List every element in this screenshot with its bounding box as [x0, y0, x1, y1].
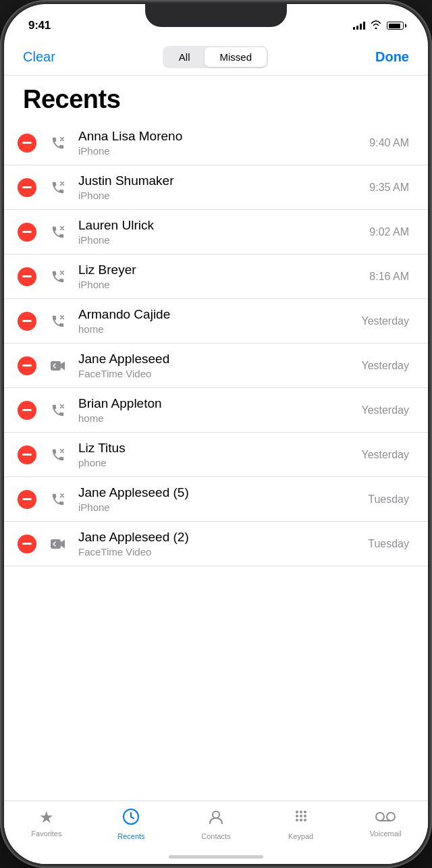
segment-all[interactable]: All	[164, 47, 205, 67]
contact-type-3: iPhone	[78, 279, 364, 290]
call-icon-1	[46, 175, 70, 200]
call-icon-3	[46, 265, 70, 289]
tab-voicemail-label: Voicemail	[370, 830, 402, 838]
contact-type-6: home	[78, 412, 356, 424]
svg-point-3	[213, 811, 219, 818]
contact-info-1: Justin Shumaker iPhone	[78, 173, 364, 201]
contact-row-9[interactable]: Jane Appleseed (2) FaceTime Video Tuesda…	[4, 522, 428, 566]
done-button[interactable]: Done	[375, 49, 409, 65]
delete-button-0[interactable]	[18, 134, 36, 153]
notch	[145, 4, 287, 27]
wifi-icon	[371, 20, 381, 31]
favorites-icon: ★	[39, 808, 54, 827]
svg-point-14	[387, 813, 395, 821]
contact-time-5: Yesterday	[361, 360, 409, 372]
svg-point-9	[304, 815, 306, 817]
facetime-icon-5	[46, 354, 70, 378]
contact-row-3[interactable]: Liz Breyer iPhone 8:16 AM	[4, 254, 428, 299]
voicemail-icon	[375, 808, 396, 827]
tab-voicemail[interactable]: Voicemail	[343, 808, 428, 838]
tab-recents[interactable]: Recents	[89, 808, 174, 840]
svg-point-4	[296, 811, 298, 813]
contact-info-6: Brian Appleton home	[78, 396, 356, 424]
segment-missed[interactable]: Missed	[205, 47, 267, 67]
tab-recents-label: Recents	[117, 832, 144, 840]
contact-info-7: Liz Titus phone	[78, 441, 356, 468]
delete-button-5[interactable]	[18, 356, 36, 375]
tab-contacts-label: Contacts	[201, 832, 230, 840]
contact-type-0: iPhone	[78, 145, 364, 157]
tab-favorites-label: Favorites	[31, 830, 61, 838]
contact-row-1[interactable]: Justin Shumaker iPhone 9:35 AM	[4, 165, 428, 210]
status-icons	[353, 20, 404, 31]
tab-contacts[interactable]: Contacts	[173, 808, 259, 840]
delete-button-7[interactable]	[18, 445, 36, 464]
contact-name-1: Justin Shumaker	[78, 173, 364, 188]
call-icon-6	[46, 398, 70, 423]
contact-info-3: Liz Breyer iPhone	[78, 263, 364, 290]
svg-point-13	[376, 813, 384, 821]
tab-keypad[interactable]: Keypad	[259, 808, 344, 840]
svg-point-5	[300, 811, 302, 813]
contact-time-8: Tuesday	[368, 493, 409, 506]
content-area[interactable]: Clear All Missed Done Recents	[4, 38, 428, 801]
contact-type-7: phone	[78, 457, 356, 468]
contacts-icon	[207, 808, 225, 830]
contact-info-5: Jane Appleseed FaceTime Video	[78, 352, 356, 379]
svg-rect-0	[51, 361, 61, 371]
delete-button-9[interactable]	[18, 535, 36, 553]
svg-point-6	[304, 811, 306, 813]
contact-info-8: Jane Appleseed (5) iPhone	[78, 485, 362, 513]
delete-button-8[interactable]	[18, 490, 36, 509]
contact-row-5[interactable]: Jane Appleseed FaceTime Video Yesterday	[4, 344, 428, 388]
delete-button-2[interactable]	[18, 223, 36, 242]
contact-time-7: Yesterday	[361, 449, 409, 461]
svg-rect-1	[51, 539, 61, 549]
contact-info-4: Armando Cajide home	[78, 307, 356, 335]
segment-control: All Missed	[163, 46, 268, 68]
contact-name-4: Armando Cajide	[78, 307, 356, 322]
keypad-icon	[292, 808, 310, 830]
contact-name-9: Jane Appleseed (2)	[78, 530, 362, 545]
clear-button[interactable]: Clear	[23, 49, 55, 65]
contact-time-1: 9:35 AM	[369, 182, 409, 194]
tab-bar: ★ Favorites Recents	[4, 801, 428, 864]
tab-favorites[interactable]: ★ Favorites	[4, 808, 89, 838]
contact-type-2: iPhone	[78, 234, 364, 246]
delete-button-1[interactable]	[18, 178, 36, 197]
contact-row-4[interactable]: Armando Cajide home Yesterday	[4, 299, 428, 344]
contact-row-8[interactable]: Jane Appleseed (5) iPhone Tuesday	[4, 477, 428, 522]
status-time: 9:41	[28, 19, 51, 32]
svg-point-11	[300, 819, 302, 821]
phone-frame: 9:41	[0, 0, 432, 868]
contact-time-2: 9:02 AM	[369, 226, 409, 238]
page-title-area: Recents	[4, 76, 428, 121]
call-icon-7	[46, 443, 70, 467]
svg-point-7	[296, 815, 298, 817]
nav-bar: Clear All Missed Done	[4, 38, 428, 76]
contact-row-0[interactable]: Anna Lisa Moreno iPhone 9:40 AM	[4, 121, 428, 165]
call-icon-8	[46, 487, 70, 512]
contact-name-8: Jane Appleseed (5)	[78, 485, 362, 500]
contact-row-2[interactable]: Lauren Ulrick iPhone 9:02 AM	[4, 210, 428, 254]
delete-button-6[interactable]	[18, 401, 36, 420]
contact-info-0: Anna Lisa Moreno iPhone	[78, 129, 364, 157]
contact-name-3: Liz Breyer	[78, 263, 364, 277]
delete-button-4[interactable]	[18, 312, 36, 331]
delete-button-3[interactable]	[18, 267, 36, 286]
call-icon-4	[46, 309, 70, 333]
recents-icon	[122, 808, 140, 830]
page-title: Recents	[23, 85, 409, 114]
contact-info-2: Lauren Ulrick iPhone	[78, 218, 364, 246]
signal-bars-icon	[353, 22, 365, 30]
contact-row-7[interactable]: Liz Titus phone Yesterday	[4, 433, 428, 477]
contact-name-2: Lauren Ulrick	[78, 218, 364, 233]
contact-time-3: 8:16 AM	[369, 271, 409, 283]
home-indicator	[169, 855, 263, 859]
contact-row-6[interactable]: Brian Appleton home Yesterday	[4, 388, 428, 433]
battery-icon	[387, 22, 404, 30]
contact-type-8: iPhone	[78, 501, 362, 513]
svg-point-8	[300, 815, 302, 817]
contact-name-5: Jane Appleseed	[78, 352, 356, 367]
contact-time-0: 9:40 AM	[369, 137, 409, 149]
